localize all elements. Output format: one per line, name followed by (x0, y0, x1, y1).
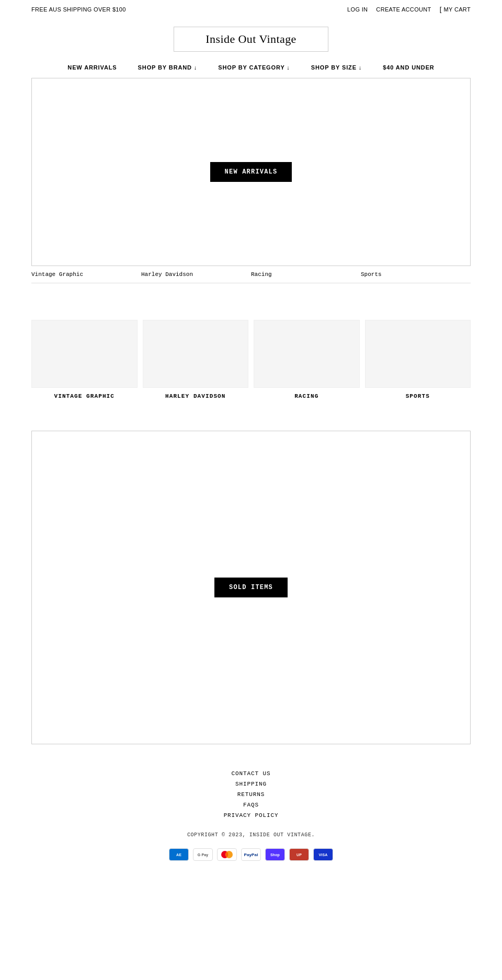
logo-area: Inside Out Vintage (0, 18, 502, 57)
payment-icon-paypal: PayPal (241, 848, 261, 861)
category-card-label-sports: SPORTS (406, 393, 430, 399)
nav-new-arrivals[interactable]: NEW ARRIVALS (67, 64, 117, 71)
cart-label: MY CART (444, 6, 471, 13)
category-card-label-racing: RACING (294, 393, 318, 399)
payment-icon-mastercard (217, 848, 237, 861)
main-nav: NEW ARRIVALS SHOP BY BRAND ↓ SHOP BY CAT… (0, 57, 502, 78)
category-card-img-vintage-graphic (31, 320, 138, 388)
category-strip-sports[interactable]: Sports (361, 266, 471, 283)
category-strip-harley-davidson[interactable]: Harley Davidson (141, 266, 251, 283)
category-card-img-harley-davidson (143, 320, 249, 388)
footer-shipping[interactable]: SHIPPING (235, 781, 267, 787)
footer-returns[interactable]: RETURNS (237, 791, 265, 798)
category-strip-racing[interactable]: Racing (251, 266, 361, 283)
category-card-label-vintage-graphic: VINTAGE GRAPHIC (54, 393, 115, 399)
sold-banner: SOLD ITEMS (31, 431, 471, 744)
payment-icon-union: UP (289, 848, 309, 861)
hero-banner: NEW ARRIVALS (31, 78, 471, 266)
nav-shop-by-brand[interactable]: SHOP BY BRAND ↓ (138, 64, 198, 71)
site-logo[interactable]: Inside Out Vintage (174, 27, 328, 52)
category-card-img-sports (365, 320, 471, 388)
top-bar-right: LOG IN CREATE ACCOUNT [ MY CART (347, 5, 471, 13)
category-card-vintage-graphic[interactable]: VINTAGE GRAPHIC (31, 320, 138, 399)
payment-icon-visa: VISA (313, 848, 333, 861)
footer-links: CONTACT US SHIPPING RETURNS FAQS PRIVACY… (0, 744, 502, 829)
category-strip: Vintage Graphic Harley Davidson Racing S… (31, 266, 471, 283)
create-account-link[interactable]: CREATE ACCOUNT (376, 6, 431, 13)
category-card-sports[interactable]: SPORTS (365, 320, 471, 399)
new-arrivals-button[interactable]: NEW ARRIVALS (210, 162, 292, 182)
sold-items-button[interactable]: SOLD ITEMS (214, 578, 288, 597)
payment-icon-shop: Shop (265, 848, 285, 861)
category-card-label-harley-davidson: HARLEY DAVIDSON (165, 393, 226, 399)
payment-icon-google: G Pay (193, 848, 213, 861)
shipping-notice: FREE AUS SHIPPING OVER $100 (31, 6, 126, 13)
category-strip-vintage-graphic[interactable]: Vintage Graphic (31, 266, 141, 283)
cart-link[interactable]: [ MY CART (440, 5, 471, 13)
nav-40-under[interactable]: $40 AND UNDER (383, 64, 434, 71)
payment-icon-amex: AE (169, 848, 189, 861)
top-bar: FREE AUS SHIPPING OVER $100 LOG IN CREAT… (0, 0, 502, 18)
nav-shop-by-size[interactable]: SHOP BY SIZE ↓ (311, 64, 362, 71)
category-cards-section: VINTAGE GRAPHIC HARLEY DAVIDSON RACING S… (31, 320, 471, 399)
category-card-racing[interactable]: RACING (254, 320, 360, 399)
copyright: COPYRIGHT © 2023, INSIDE OUT VINTAGE. (0, 829, 502, 843)
nav-shop-by-category[interactable]: SHOP BY CATEGORY ↓ (218, 64, 290, 71)
category-card-img-racing (254, 320, 360, 388)
login-link[interactable]: LOG IN (347, 6, 368, 13)
category-card-harley-davidson[interactable]: HARLEY DAVIDSON (143, 320, 249, 399)
footer-privacy-policy[interactable]: PRIVACY POLICY (224, 812, 279, 818)
payment-row: AE G Pay PayPal Shop UP VISA (0, 843, 502, 871)
footer-contact-us[interactable]: CONTACT US (232, 770, 271, 777)
footer-faqs[interactable]: FAQS (243, 802, 259, 808)
cart-bracket: [ (440, 5, 442, 13)
